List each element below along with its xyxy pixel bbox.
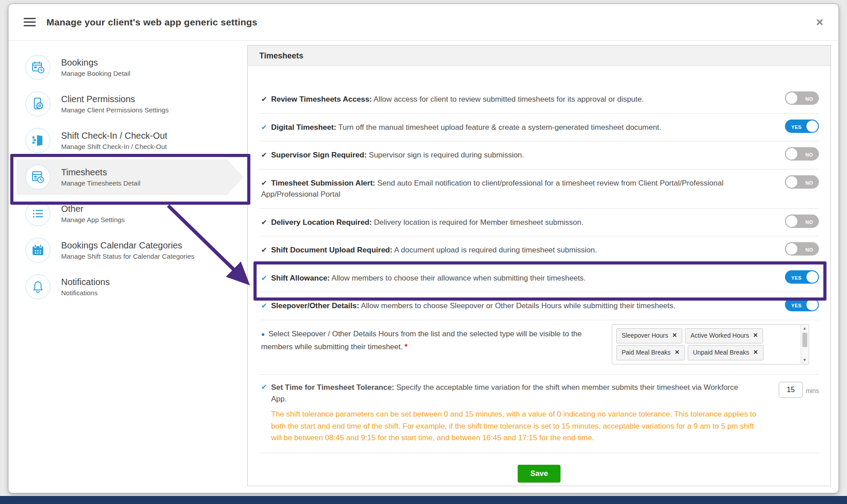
setting-row-supervisor-sign-required: ✔Supervisor Sign Required: Supervisor si…: [259, 141, 819, 169]
toggle-knob: [806, 299, 818, 310]
toggle-yes[interactable]: YES: [785, 298, 819, 311]
setting-row-shift-allowance: ✔Shift Allowance: Allow members to choos…: [259, 264, 819, 293]
tagbox-scrollbar[interactable]: ▲ ▼: [801, 325, 808, 364]
toggle-no[interactable]: NO: [785, 147, 819, 161]
page: { "colors": { "accent_purple": "#4a2a82"…: [0, 0, 847, 504]
toggle-state-label: NO: [805, 95, 813, 103]
timesheet-tolerance-row: ✔ Set Time for Timesheet Tolerance: Spec…: [259, 375, 819, 454]
sidebar-item-title: Bookings: [61, 58, 130, 68]
panel-body: ✔Review Timesheets Access: Allow access …: [248, 66, 830, 483]
required-asterisk: *: [404, 343, 407, 351]
tag-label: Sleepover Hours: [622, 330, 668, 341]
setting-label: Shift Allowance:: [271, 274, 330, 282]
tag-remove-icon[interactable]: ✕: [675, 347, 680, 358]
sidebar-item-title: Other: [61, 204, 125, 214]
tag-remove-icon[interactable]: ✕: [753, 330, 758, 341]
timesheet-clock-icon: [25, 165, 50, 190]
sidebar-item-title: Client Permissions: [61, 94, 169, 104]
sidebar-item-title: Notifications: [61, 277, 110, 287]
setting-label: Delivery Location Required:: [271, 218, 372, 227]
check-icon: ✔: [261, 302, 267, 310]
bell-icon: [25, 274, 50, 299]
sidebar-item-subtitle: Manage Shift Status for Calendar Categor…: [61, 252, 195, 260]
check-icon: ✔: [261, 124, 267, 131]
setting-description: Delivery location is required for Member…: [374, 218, 584, 227]
setting-label: Digital Timesheet:: [271, 123, 336, 132]
tag-label: Paid Meal Breaks: [622, 347, 671, 358]
setting-description: A document upload is required during tim…: [394, 246, 597, 254]
timesheets-panel: Timesheets ✔Review Timesheets Access: Al…: [247, 45, 831, 486]
sidebar-item-timesheets[interactable]: TimesheetsManage Timesheets Detail: [17, 159, 227, 195]
toggle-no[interactable]: NO: [785, 91, 819, 105]
setting-row-digital-timesheet: ✔Digital Timesheet: Turn off the manual …: [259, 114, 819, 142]
settings-modal: Manage your client's web app generic set…: [8, 4, 839, 493]
sidebar-item-title: Shift Check-In / Check-Out: [61, 131, 167, 141]
scrollbar-down-icon[interactable]: ▼: [801, 357, 808, 364]
bullet-icon: ●: [261, 330, 265, 338]
setting-label: Supervisor Sign Required:: [271, 151, 366, 159]
sidebar-item-subtitle: Manage Timesheets Detail: [61, 179, 141, 187]
scrollbar-thumb[interactable]: [802, 333, 807, 347]
sidebar-item-subtitle: Manage App Settings: [61, 216, 125, 223]
toggle-no[interactable]: NO: [785, 175, 819, 189]
toggle-state-label: YES: [791, 274, 801, 282]
tag-paid-meal-breaks: Paid Meal Breaks✕: [616, 345, 685, 360]
tag-label: Active Worked Hours: [690, 330, 749, 341]
setting-description: Allow access for client to review submit…: [374, 95, 644, 103]
door-check-icon: [25, 128, 50, 153]
sidebar-item-bookings[interactable]: BookingsManage Booking Detail: [17, 50, 227, 85]
toggle-knob: [786, 176, 797, 188]
setting-label: Timesheet Submission Alert:: [271, 179, 375, 187]
sleepover-select-text: Select Sleepover / Other Details Hours f…: [261, 330, 582, 351]
sidebar-item-title: Bookings Calendar Categories: [61, 240, 195, 251]
toggle-knob: [806, 271, 818, 283]
close-icon[interactable]: ×: [816, 16, 823, 29]
toggle-knob: [786, 243, 797, 255]
sidebar-item-subtitle: Manage Shift Check-In / Check-Out: [61, 143, 167, 150]
check-icon: ✔: [261, 246, 267, 254]
toggle-no[interactable]: NO: [785, 215, 819, 228]
tolerance-label: Set Time for Timesheet Tolerance:: [271, 383, 394, 392]
toggle-yes[interactable]: YES: [785, 270, 819, 284]
toggle-state-label: NO: [805, 219, 813, 226]
toggle-yes[interactable]: YES: [785, 120, 819, 133]
tolerance-unit-label: mins: [805, 386, 819, 396]
calendar-solid-icon: [25, 238, 50, 263]
sidebar-item-client-permissions[interactable]: Client PermissionsManage Client Permissi…: [17, 86, 227, 122]
modal-title: Manage your client's web app generic set…: [46, 17, 257, 28]
check-icon: ✔: [261, 151, 267, 159]
scrollbar-up-icon[interactable]: ▲: [801, 325, 808, 332]
setting-label: Shift Document Upload Required:: [271, 246, 392, 254]
setting-label: Review Timesheets Access:: [271, 95, 372, 103]
setting-row-sleepover-other-details: ✔Sleepover/Other Details: Allow members …: [259, 292, 819, 320]
check-icon: ✔: [261, 179, 267, 187]
toggle-state-label: NO: [805, 179, 813, 187]
sidebar-item-bookings-calendar-categories[interactable]: Bookings Calendar CategoriesManage Shift…: [17, 232, 227, 268]
bottom-navy-bar: [0, 496, 847, 504]
toggle-knob: [786, 92, 797, 104]
tag-label: Unpaid Meal Breaks: [693, 347, 749, 358]
tolerance-minutes-input[interactable]: [779, 382, 803, 398]
sidebar-item-title: Timesheets: [61, 167, 141, 178]
sidebar-item-subtitle: Manage Client Permissions Settings: [61, 106, 169, 114]
tag-remove-icon[interactable]: ✕: [753, 347, 758, 358]
toggle-no[interactable]: NO: [785, 242, 819, 256]
menu-icon[interactable]: [24, 16, 36, 29]
setting-row-timesheet-submission-alert: ✔Timesheet Submission Alert: Send auto E…: [259, 169, 819, 209]
tag-active-worked-hours: Active Worked Hours✕: [685, 328, 763, 343]
sidebar-item-subtitle: Manage Booking Detail: [61, 70, 130, 77]
sidebar: BookingsManage Booking DetailClient Perm…: [17, 50, 235, 306]
panel-title: Timesheets: [248, 45, 830, 66]
toggle-state-label: YES: [791, 124, 801, 131]
tag-remove-icon[interactable]: ✕: [672, 330, 677, 341]
sidebar-item-other[interactable]: OtherManage App Settings: [17, 196, 227, 231]
save-button[interactable]: Save: [518, 465, 561, 483]
sidebar-item-notifications[interactable]: NotificationsNotifications: [17, 269, 227, 305]
check-icon: ✔: [261, 95, 267, 103]
sidebar-item-shift-check-in-check-out[interactable]: Shift Check-In / Check-OutManage Shift C…: [17, 123, 227, 158]
setting-description: Turn off the manual timesheet upload fea…: [338, 123, 661, 132]
sleepover-hours-multiselect[interactable]: Sleepover Hours✕Active Worked Hours✕Paid…: [612, 324, 809, 364]
setting-row-shift-document-upload-required: ✔Shift Document Upload Required: A docum…: [259, 236, 819, 264]
modal-header: Manage your client's web app generic set…: [8, 4, 839, 41]
tag-unpaid-meal-breaks: Unpaid Meal Breaks✕: [688, 345, 764, 360]
